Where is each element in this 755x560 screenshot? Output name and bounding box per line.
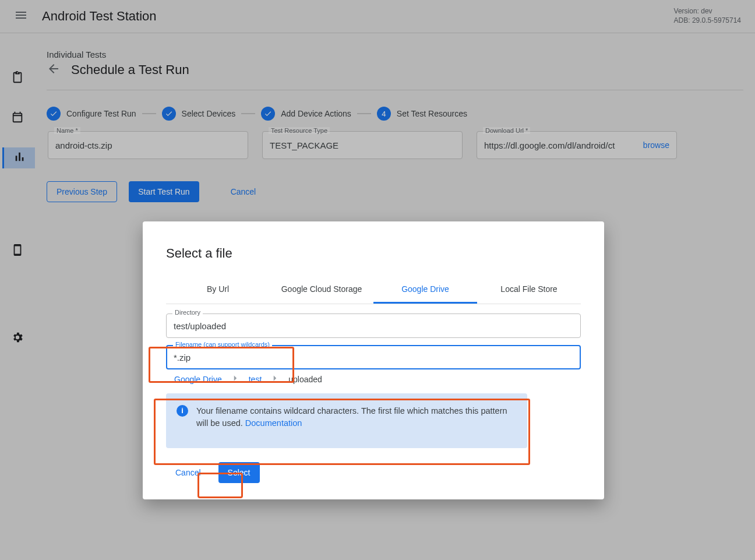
modal-cancel-button[interactable]: Cancel — [166, 462, 210, 483]
directory-input[interactable] — [174, 321, 573, 331]
filename-field[interactable]: Filename (can support wildcards) — [166, 345, 581, 369]
chevron-right-icon — [270, 373, 280, 385]
crumb-uploaded: uploaded — [288, 375, 322, 384]
directory-field[interactable]: Directory — [166, 314, 581, 338]
tab-google-drive[interactable]: Google Drive — [373, 279, 477, 304]
tab-local-file-store[interactable]: Local File Store — [477, 279, 581, 304]
chevron-right-icon — [230, 373, 241, 385]
select-file-dialog: Select a file By Url Google Cloud Storag… — [143, 221, 604, 499]
modal-select-button[interactable]: Select — [218, 462, 260, 483]
tab-gcs[interactable]: Google Cloud Storage — [270, 279, 373, 304]
path-breadcrumb: Google Drive test uploaded — [174, 373, 581, 385]
tab-by-url[interactable]: By Url — [166, 279, 270, 304]
documentation-link[interactable]: Documentation — [245, 418, 302, 428]
info-icon: i — [177, 405, 188, 417]
crumb-root[interactable]: Google Drive — [174, 375, 222, 384]
filename-input[interactable] — [174, 353, 573, 362]
wildcard-info-box: i Your filename contains wildcard charac… — [166, 393, 527, 448]
modal-title: Select a file — [166, 246, 581, 261]
crumb-test[interactable]: test — [249, 375, 262, 384]
